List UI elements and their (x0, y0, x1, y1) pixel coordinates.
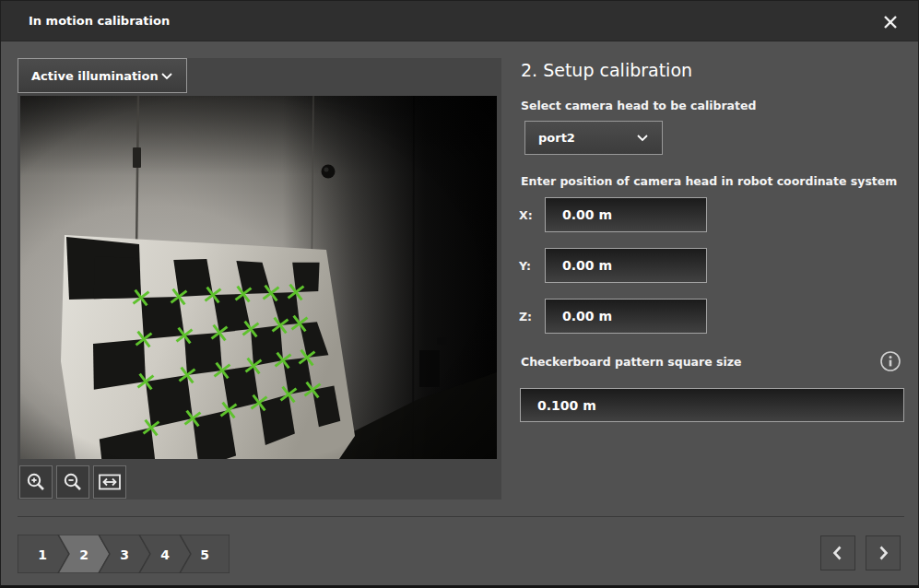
axis-label-x: X: (519, 208, 545, 222)
window-title: In motion calibration (29, 14, 170, 28)
position-input-x[interactable] (545, 197, 707, 232)
zoom-out-button[interactable] (56, 465, 89, 499)
illumination-dropdown[interactable]: Active illumination (18, 58, 187, 93)
step-heading: 2. Setup calibration (521, 60, 692, 80)
forward-button[interactable] (866, 535, 901, 570)
chevron-right-icon (874, 544, 892, 562)
step-label-4: 4 (160, 547, 170, 562)
square-size-row: Checkerboard pattern square size (517, 349, 902, 373)
axis-label-z: Z: (519, 310, 545, 323)
info-icon (879, 350, 901, 372)
image-toolbar (19, 465, 126, 499)
illumination-dropdown-value: Active illumination (31, 69, 159, 83)
chevron-left-icon (829, 544, 847, 562)
fit-width-icon (98, 472, 122, 492)
back-button[interactable] (820, 535, 855, 570)
camera-image (20, 96, 497, 459)
camera-head-dropdown[interactable]: port2 (524, 121, 663, 155)
chevron-down-icon (160, 72, 173, 80)
info-button[interactable] (878, 349, 902, 373)
zoom-in-icon (25, 471, 47, 493)
step-label-5: 5 (200, 547, 209, 562)
position-row-x: X: (519, 197, 707, 232)
titlebar: In motion calibration (1, 1, 918, 41)
position-input-y[interactable] (545, 248, 707, 283)
step-label-2: 2 (79, 547, 88, 562)
square-size-label: Checkerboard pattern square size (517, 355, 741, 369)
calibration-dialog: In motion calibration Active illuminatio… (0, 0, 919, 588)
step-label-3: 3 (120, 547, 129, 562)
step-indicator: 1 2 3 4 5 (18, 535, 230, 573)
chevron-down-icon (636, 134, 649, 142)
zoom-in-button[interactable] (19, 465, 53, 499)
square-size-input[interactable] (520, 388, 904, 422)
position-row-y: Y: (519, 248, 707, 283)
camera-head-label: Select camera head to be calibrated (521, 99, 756, 112)
zoom-out-icon (62, 471, 84, 493)
position-label: Enter position of camera head in robot c… (521, 174, 897, 188)
close-button[interactable] (878, 9, 903, 35)
footer-divider (18, 516, 904, 517)
left-panel: Active illumination (18, 58, 501, 500)
setup-calibration-panel: 2. Setup calibration Select camera head … (517, 58, 904, 500)
step-label-1: 1 (38, 547, 47, 562)
fit-width-button[interactable] (93, 465, 126, 499)
camera-head-dropdown-value: port2 (538, 131, 575, 145)
calibration-photo (20, 96, 497, 459)
axis-label-y: Y: (519, 259, 545, 273)
position-input-z[interactable] (545, 299, 707, 334)
close-icon (881, 13, 900, 31)
position-row-z: Z: (519, 299, 707, 334)
